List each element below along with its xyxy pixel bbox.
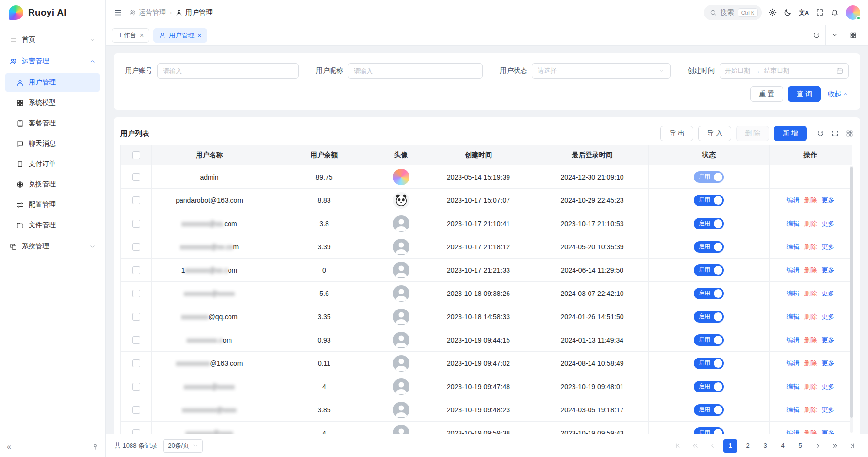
fullscreen-icon[interactable]: [831, 130, 839, 137]
search-button[interactable]: 查 询: [788, 86, 821, 102]
page-button-1[interactable]: 1: [723, 439, 737, 453]
page-button-3[interactable]: 3: [758, 439, 772, 453]
breadcrumb-item-users[interactable]: 用户管理: [176, 8, 213, 17]
status-toggle[interactable]: 启用: [694, 288, 724, 299]
row-checkbox[interactable]: [132, 429, 140, 434]
edit-link[interactable]: 编辑: [787, 243, 800, 250]
refresh-icon[interactable]: [807, 25, 825, 45]
page-size-select[interactable]: 20条/页: [163, 439, 203, 453]
next-page-button[interactable]: [811, 439, 824, 453]
prev-page-button[interactable]: [706, 439, 720, 453]
edit-link[interactable]: 编辑: [787, 383, 800, 390]
row-checkbox[interactable]: [132, 196, 140, 204]
status-toggle[interactable]: 启用: [694, 241, 724, 253]
status-toggle[interactable]: 启用: [694, 381, 724, 392]
export-button[interactable]: 导 出: [660, 126, 693, 141]
import-button[interactable]: 导 入: [698, 126, 731, 141]
app-logo[interactable]: Ruoyi AI: [0, 0, 105, 25]
sidebar-item-system[interactable]: 系统管理: [5, 236, 100, 257]
more-link[interactable]: 更多: [822, 243, 835, 250]
tab-user-management[interactable]: 用户管理 ×: [153, 28, 207, 43]
row-checkbox[interactable]: [132, 173, 140, 181]
delete-link[interactable]: 删除: [804, 290, 817, 297]
delete-link[interactable]: 删除: [804, 313, 817, 320]
add-button[interactable]: 新 增: [774, 126, 807, 141]
status-toggle[interactable]: 启用: [694, 264, 724, 276]
chevron-down-icon[interactable]: [825, 25, 844, 45]
row-checkbox[interactable]: [132, 220, 140, 228]
status-toggle[interactable]: 启用: [694, 218, 724, 229]
status-toggle[interactable]: 启用: [694, 171, 724, 183]
more-link[interactable]: 更多: [822, 406, 835, 413]
account-input[interactable]: [157, 63, 299, 79]
sidebar-subitem[interactable]: 聊天消息: [5, 134, 100, 153]
collapse-filter-link[interactable]: 收起: [828, 90, 849, 98]
nickname-input[interactable]: [348, 63, 483, 79]
delete-link[interactable]: 删除: [804, 383, 817, 390]
reset-button[interactable]: 重 置: [750, 86, 783, 102]
column-settings-icon[interactable]: [846, 130, 853, 137]
page-button-2[interactable]: 2: [741, 439, 754, 453]
more-link[interactable]: 更多: [822, 266, 835, 274]
edit-link[interactable]: 编辑: [787, 359, 800, 367]
delete-link[interactable]: 删除: [804, 220, 817, 227]
close-icon[interactable]: ×: [140, 32, 144, 39]
scrollbar-thumb[interactable]: [850, 167, 853, 418]
row-checkbox[interactable]: [132, 266, 140, 274]
status-toggle[interactable]: 启用: [694, 195, 724, 206]
user-avatar[interactable]: [846, 5, 860, 20]
global-search[interactable]: 搜索 Ctrl K: [704, 5, 762, 20]
row-checkbox[interactable]: [132, 243, 140, 251]
delete-link[interactable]: 删除: [804, 243, 817, 250]
sidebar-subitem[interactable]: 套餐管理: [5, 114, 100, 133]
last-page-button[interactable]: [846, 439, 859, 453]
status-toggle[interactable]: 启用: [694, 427, 724, 434]
more-link[interactable]: 更多: [822, 383, 835, 390]
first-page-button[interactable]: [671, 439, 685, 453]
status-toggle[interactable]: 启用: [694, 404, 724, 416]
sidebar-subitem[interactable]: 用户管理: [5, 73, 100, 92]
sidebar-subitem[interactable]: 系统模型: [5, 93, 100, 113]
select-all-checkbox[interactable]: [132, 151, 140, 159]
edit-link[interactable]: 编辑: [787, 290, 800, 297]
sidebar-item-operations[interactable]: 运营管理: [5, 50, 100, 72]
delete-button[interactable]: 删 除: [736, 126, 769, 141]
edit-link[interactable]: 编辑: [787, 196, 800, 204]
row-checkbox[interactable]: [132, 313, 140, 321]
edit-link[interactable]: 编辑: [787, 313, 800, 320]
edit-link[interactable]: 编辑: [787, 406, 800, 413]
more-link[interactable]: 更多: [822, 429, 835, 434]
status-select[interactable]: 请选择: [532, 63, 671, 79]
sidebar-subitem[interactable]: 支付订单: [5, 154, 100, 174]
more-link[interactable]: 更多: [822, 220, 835, 227]
more-link[interactable]: 更多: [822, 313, 835, 320]
pin-icon[interactable]: [92, 443, 98, 450]
row-checkbox[interactable]: [132, 383, 140, 391]
status-toggle[interactable]: 启用: [694, 358, 724, 369]
row-checkbox[interactable]: [132, 406, 140, 414]
page-button-4[interactable]: 4: [776, 439, 789, 453]
bell-icon[interactable]: [831, 8, 839, 16]
delete-link[interactable]: 删除: [804, 336, 817, 343]
date-range-picker[interactable]: 开始日期 → 结束日期: [720, 63, 849, 79]
more-link[interactable]: 更多: [822, 336, 835, 343]
gear-icon[interactable]: [769, 8, 777, 16]
delete-link[interactable]: 删除: [804, 266, 817, 274]
breadcrumb-item-operations[interactable]: 运营管理: [129, 8, 166, 17]
edit-link[interactable]: 编辑: [787, 336, 800, 343]
sidebar-subitem[interactable]: 文件管理: [5, 215, 100, 235]
hamburger-menu-icon[interactable]: [114, 8, 122, 17]
more-link[interactable]: 更多: [822, 196, 835, 204]
row-checkbox[interactable]: [132, 290, 140, 297]
status-toggle[interactable]: 启用: [694, 311, 724, 323]
edit-link[interactable]: 编辑: [787, 429, 800, 434]
layout-grid-icon[interactable]: [844, 25, 862, 45]
delete-link[interactable]: 删除: [804, 359, 817, 367]
delete-link[interactable]: 删除: [804, 406, 817, 413]
edit-link[interactable]: 编辑: [787, 266, 800, 274]
collapse-sidebar-button[interactable]: «: [7, 443, 11, 451]
more-link[interactable]: 更多: [822, 359, 835, 367]
page-button-5[interactable]: 5: [793, 439, 807, 453]
delete-link[interactable]: 删除: [804, 429, 817, 434]
forward-5-pages-button[interactable]: [828, 439, 842, 453]
